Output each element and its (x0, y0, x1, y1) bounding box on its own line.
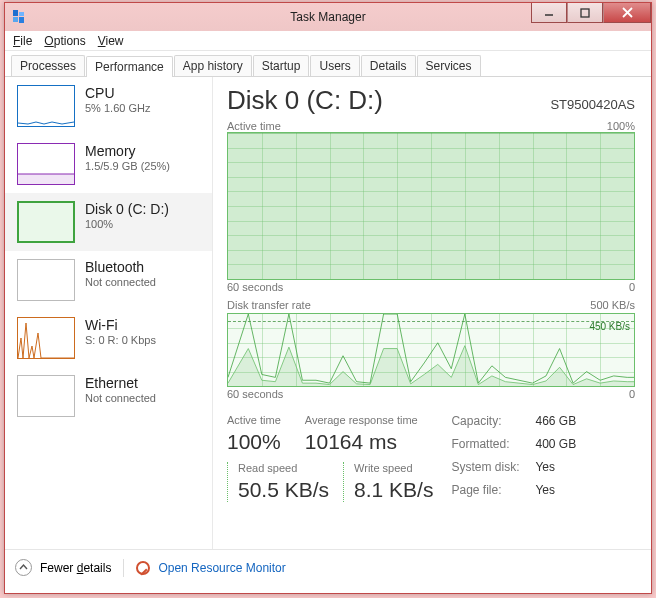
svg-rect-4 (18, 174, 74, 184)
active-time-value: 100% (227, 430, 281, 454)
sidebar-item-label: Memory (85, 143, 170, 159)
sidebar-item-label: Wi-Fi (85, 317, 156, 333)
sidebar-item-sub: Not connected (85, 392, 156, 404)
tab-performance[interactable]: Performance (86, 56, 173, 77)
window-controls (531, 3, 651, 23)
disk-model: ST9500420AS (550, 97, 635, 112)
footer-bar: Fewer details Open Resource Monitor (5, 549, 651, 585)
formatted-label: Formatted: (451, 437, 535, 456)
chevron-up-icon[interactable] (15, 559, 32, 576)
memory-thumb-icon (17, 143, 75, 185)
sidebar-item-sub: 5% 1.60 GHz (85, 102, 150, 114)
sidebar-item-label: Bluetooth (85, 259, 156, 275)
sidebar-item-sub: 1.5/5.9 GB (25%) (85, 160, 170, 172)
read-speed-label: Read speed (238, 462, 329, 474)
graph1-title: Active time (227, 120, 281, 132)
stats-grid: Active time 100% Average response time 1… (227, 410, 635, 502)
graph1-xend: 0 (629, 281, 635, 293)
sidebar-item-label: Disk 0 (C: D:) (85, 201, 169, 217)
sidebar-item-bluetooth[interactable]: Bluetooth Not connected (5, 251, 212, 309)
main-panel: Disk 0 (C: D:) ST9500420AS Active time 1… (213, 77, 651, 549)
tab-services[interactable]: Services (417, 55, 481, 76)
menu-options[interactable]: Options (44, 34, 85, 48)
sidebar-item-sub: Not connected (85, 276, 156, 288)
system-disk-label: System disk: (451, 460, 535, 479)
svg-marker-5 (228, 133, 634, 279)
sidebar-item-sub: S: 0 R: 0 Kbps (85, 334, 156, 346)
system-disk-value: Yes (535, 460, 576, 479)
capacity-label: Capacity: (451, 414, 535, 433)
write-speed-label: Write speed (354, 462, 433, 474)
read-speed-value: 50.5 KB/s (238, 478, 329, 502)
avg-response-value: 10164 ms (305, 430, 418, 454)
bluetooth-thumb-icon (17, 259, 75, 301)
sidebar-item-ethernet[interactable]: Ethernet Not connected (5, 367, 212, 425)
page-file-label: Page file: (451, 483, 535, 502)
graph2-title: Disk transfer rate (227, 299, 311, 311)
title-bar[interactable]: Task Manager (5, 3, 651, 31)
sidebar-item-label: CPU (85, 85, 150, 101)
task-manager-window: Task Manager File Options View Processes… (4, 2, 652, 594)
minimize-button[interactable] (531, 3, 567, 23)
ethernet-thumb-icon (17, 375, 75, 417)
resource-monitor-icon (136, 561, 150, 575)
open-resource-monitor-link[interactable]: Open Resource Monitor (158, 561, 285, 575)
separator (123, 559, 124, 577)
tab-details[interactable]: Details (361, 55, 416, 76)
performance-sidebar: CPU 5% 1.60 GHz Memory 1.5/5.9 GB (25%) … (5, 77, 213, 549)
active-time-graph[interactable] (227, 132, 635, 280)
avg-response-label: Average response time (305, 414, 418, 426)
disk-thumb-icon (17, 201, 75, 243)
menu-bar: File Options View (5, 31, 651, 51)
graph1-xstart: 60 seconds (227, 281, 283, 293)
disk-properties: Capacity: 466 GB Formatted: 400 GB Syste… (451, 414, 576, 502)
page-file-value: Yes (535, 483, 576, 502)
svg-rect-1 (581, 9, 589, 17)
menu-file[interactable]: File (13, 34, 32, 48)
sidebar-item-sub: 100% (85, 218, 169, 230)
capacity-value: 466 GB (535, 414, 576, 433)
tab-startup[interactable]: Startup (253, 55, 310, 76)
sidebar-item-wifi[interactable]: Wi-Fi S: 0 R: 0 Kbps (5, 309, 212, 367)
tab-bar: Processes Performance App history Startu… (5, 51, 651, 77)
tab-users[interactable]: Users (310, 55, 359, 76)
maximize-button[interactable] (567, 3, 603, 23)
active-time-label: Active time (227, 414, 281, 426)
page-title: Disk 0 (C: D:) (227, 85, 383, 116)
write-speed-value: 8.1 KB/s (354, 478, 433, 502)
sidebar-item-cpu[interactable]: CPU 5% 1.60 GHz (5, 77, 212, 135)
formatted-value: 400 GB (535, 437, 576, 456)
sidebar-item-label: Ethernet (85, 375, 156, 391)
transfer-rate-graph[interactable]: 450 KB/s (227, 313, 635, 387)
wifi-thumb-icon (17, 317, 75, 359)
content-body: CPU 5% 1.60 GHz Memory 1.5/5.9 GB (25%) … (5, 77, 651, 549)
graph2-xstart: 60 seconds (227, 388, 283, 400)
graph2-xend: 0 (629, 388, 635, 400)
sidebar-item-disk[interactable]: Disk 0 (C: D:) 100% (5, 193, 212, 251)
close-button[interactable] (603, 3, 651, 23)
menu-view[interactable]: View (98, 34, 124, 48)
graph1-max: 100% (607, 120, 635, 132)
fewer-details-link[interactable]: Fewer details (40, 561, 111, 575)
sidebar-item-memory[interactable]: Memory 1.5/5.9 GB (25%) (5, 135, 212, 193)
cpu-thumb-icon (17, 85, 75, 127)
graph2-max: 500 KB/s (590, 299, 635, 311)
tab-app-history[interactable]: App history (174, 55, 252, 76)
tab-processes[interactable]: Processes (11, 55, 85, 76)
